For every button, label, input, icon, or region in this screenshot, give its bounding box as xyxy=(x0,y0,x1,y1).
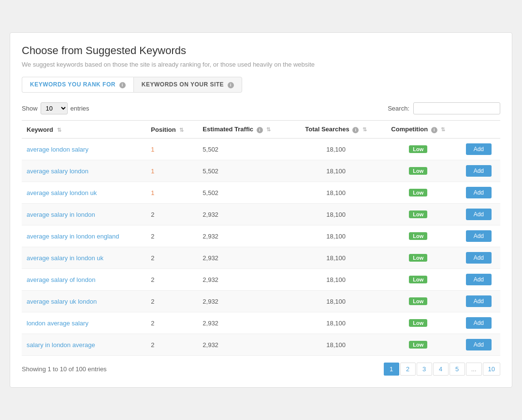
col-header-traffic: Estimated Traffic i ⇅ xyxy=(198,121,292,139)
add-button[interactable]: Add xyxy=(466,274,492,285)
cell-action: Add xyxy=(457,160,500,182)
cell-keyword: london average salary xyxy=(22,312,146,334)
col-header-competition: Competition i ⇅ xyxy=(379,121,457,139)
table-header-row: Keyword ⇅ Position ⇅ Estimated Traffic i… xyxy=(22,121,500,139)
cell-competition: Low xyxy=(379,269,457,291)
table-row: salary in london average 2 2,932 18,100 … xyxy=(22,334,500,356)
sort-competition-icon[interactable]: ⇅ xyxy=(441,126,445,133)
sort-keyword-icon[interactable]: ⇅ xyxy=(57,127,61,133)
cell-action: Add xyxy=(457,225,500,247)
table-row: average salary london 1 5,502 18,100 Low… xyxy=(22,160,500,182)
table-row: average salary uk london 2 2,932 18,100 … xyxy=(22,291,500,312)
cell-searches: 18,100 xyxy=(292,334,379,356)
cell-traffic: 2,932 xyxy=(198,291,292,312)
page-btn-3[interactable]: 3 xyxy=(417,363,432,376)
add-button[interactable]: Add xyxy=(466,339,492,350)
cell-position: 2 xyxy=(146,291,198,312)
cell-competition: Low xyxy=(379,291,457,312)
cell-traffic: 2,932 xyxy=(198,204,292,225)
add-button[interactable]: Add xyxy=(466,165,492,177)
competition-badge: Low xyxy=(409,341,427,349)
tab-site-info-icon[interactable]: i xyxy=(228,82,234,88)
page-title: Choose from Suggested Keywords xyxy=(22,44,500,57)
cell-searches: 18,100 xyxy=(292,247,379,269)
cell-action: Add xyxy=(457,312,500,334)
controls-row: Show 10 25 50 100 entries Search: xyxy=(22,102,500,114)
cell-position: 2 xyxy=(146,334,198,356)
cell-action: Add xyxy=(457,247,500,269)
competition-badge: Low xyxy=(409,254,427,262)
tab-keywords-rank[interactable]: KEYWORDS YOU RANK FOR i xyxy=(22,77,133,93)
entries-select[interactable]: 10 25 50 100 xyxy=(41,102,68,114)
page-btn-5[interactable]: 5 xyxy=(450,363,465,376)
sort-traffic-icon[interactable]: ⇅ xyxy=(266,126,271,133)
cell-action: Add xyxy=(457,291,500,312)
tab-keywords-site[interactable]: KEYWORDS ON YOUR SITE i xyxy=(133,77,242,93)
cell-position: 2 xyxy=(146,312,198,334)
competition-badge: Low xyxy=(409,297,427,305)
search-input[interactable] xyxy=(413,102,500,114)
add-button[interactable]: Add xyxy=(466,252,492,264)
pagination: 12345...10 xyxy=(384,363,500,376)
cell-traffic: 2,932 xyxy=(198,312,292,334)
cell-keyword: average london salary xyxy=(22,139,146,160)
cell-searches: 18,100 xyxy=(292,291,379,312)
col-header-keyword: Keyword ⇅ xyxy=(22,121,146,139)
competition-info-icon[interactable]: i xyxy=(431,127,437,133)
cell-keyword: average salary in london xyxy=(22,204,146,225)
cell-keyword: salary in london average xyxy=(22,334,146,356)
competition-badge: Low xyxy=(409,167,427,175)
cell-keyword: average salary london xyxy=(22,160,146,182)
add-button[interactable]: Add xyxy=(466,317,492,329)
sort-position-icon[interactable]: ⇅ xyxy=(179,127,184,133)
competition-badge: Low xyxy=(409,276,427,283)
footer-row: Showing 1 to 10 of 100 entries 12345...1… xyxy=(22,363,500,376)
cell-searches: 18,100 xyxy=(292,139,379,160)
show-entries-control: Show 10 25 50 100 entries xyxy=(22,102,89,114)
add-button[interactable]: Add xyxy=(466,187,492,198)
page-btn-2[interactable]: 2 xyxy=(400,363,416,376)
page-btn-10[interactable]: 10 xyxy=(483,363,500,376)
traffic-info-icon[interactable]: i xyxy=(257,127,263,133)
cell-position: 2 xyxy=(146,247,198,269)
page-btn-4[interactable]: 4 xyxy=(433,363,449,376)
sort-searches-icon[interactable]: ⇅ xyxy=(362,126,367,133)
search-control: Search: xyxy=(388,102,500,114)
cell-position: 1 xyxy=(146,160,198,182)
page-btn-1[interactable]: 1 xyxy=(384,363,399,376)
add-button[interactable]: Add xyxy=(466,209,492,220)
showing-text: Showing 1 to 10 of 100 entries xyxy=(22,365,107,373)
searches-info-icon[interactable]: i xyxy=(352,127,359,133)
cell-traffic: 5,502 xyxy=(198,182,292,204)
cell-action: Add xyxy=(457,269,500,291)
cell-position: 2 xyxy=(146,204,198,225)
page-subtitle: We suggest keywords based on those the s… xyxy=(22,61,500,68)
add-button[interactable]: Add xyxy=(466,230,492,242)
cell-searches: 18,100 xyxy=(292,269,379,291)
cell-position: 2 xyxy=(146,225,198,247)
table-row: average salary in london uk 2 2,932 18,1… xyxy=(22,247,500,269)
competition-badge: Low xyxy=(409,232,427,240)
competition-badge: Low xyxy=(409,189,427,196)
cell-competition: Low xyxy=(379,139,457,160)
cell-traffic: 5,502 xyxy=(198,160,292,182)
cell-action: Add xyxy=(457,139,500,160)
cell-position: 2 xyxy=(146,269,198,291)
table-row: average london salary 1 5,502 18,100 Low… xyxy=(22,139,500,160)
cell-competition: Low xyxy=(379,334,457,356)
cell-searches: 18,100 xyxy=(292,225,379,247)
table-row: average salary in london england 2 2,932… xyxy=(22,225,500,247)
add-button[interactable]: Add xyxy=(466,295,492,307)
keywords-table: Keyword ⇅ Position ⇅ Estimated Traffic i… xyxy=(22,120,500,356)
tab-rank-info-icon[interactable]: i xyxy=(119,82,126,88)
cell-competition: Low xyxy=(379,182,457,204)
cell-position: 1 xyxy=(146,139,198,160)
add-button[interactable]: Add xyxy=(466,143,492,155)
cell-searches: 18,100 xyxy=(292,182,379,204)
tab-bar: KEYWORDS YOU RANK FOR i KEYWORDS ON YOUR… xyxy=(22,77,500,93)
cell-keyword: average salary in london england xyxy=(22,225,146,247)
cell-traffic: 2,932 xyxy=(198,247,292,269)
table-row: average salary of london 2 2,932 18,100 … xyxy=(22,269,500,291)
table-row: london average salary 2 2,932 18,100 Low… xyxy=(22,312,500,334)
competition-badge: Low xyxy=(409,145,427,153)
